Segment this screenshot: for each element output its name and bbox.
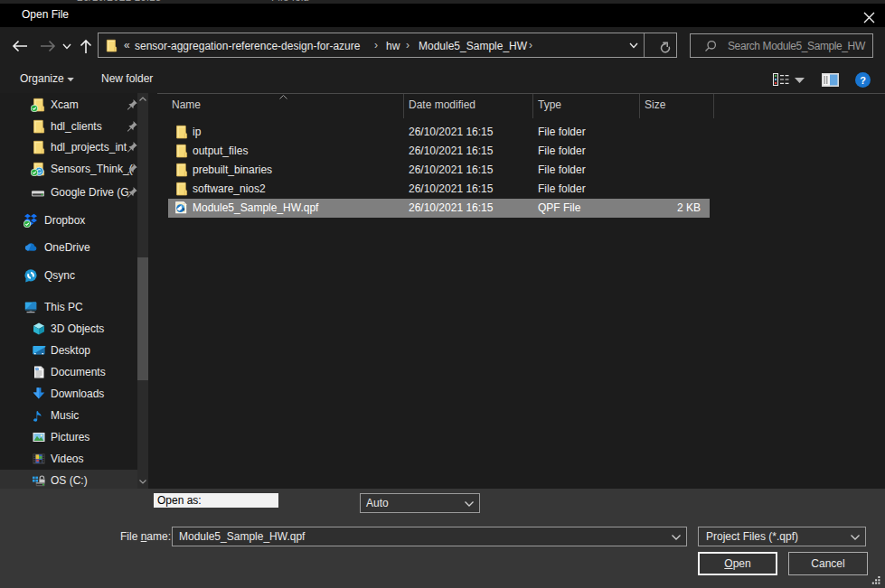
svg-text:?: ? bbox=[860, 75, 866, 86]
